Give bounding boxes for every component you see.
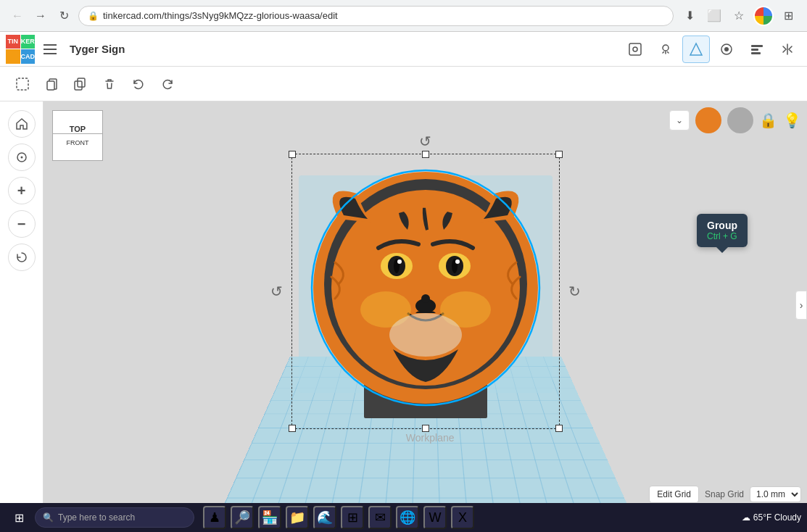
search-placeholder: Type here to search	[58, 512, 135, 523]
svg-rect-8	[17, 78, 28, 90]
group-button[interactable]	[695, 107, 721, 133]
app-title: Tyger Sign	[70, 43, 125, 55]
home-view-button[interactable]	[8, 110, 36, 138]
forward-button[interactable]: →	[32, 7, 49, 25]
logo-tin: TIN	[6, 35, 20, 49]
hamburger-button[interactable]	[44, 39, 64, 59]
rotation-handle-top[interactable]: ↺	[419, 133, 431, 150]
download-button[interactable]: ⬇	[679, 6, 700, 26]
search-icon: 🔍	[43, 512, 54, 523]
logo-cad: CAD	[21, 49, 36, 64]
light-button[interactable]	[652, 36, 679, 63]
ungroup-button[interactable]	[727, 107, 753, 133]
svg-rect-7	[751, 52, 761, 54]
bookmark-button[interactable]: ☆	[729, 6, 749, 26]
copy-button[interactable]	[38, 70, 65, 98]
tooltip-shortcut: Ctrl + G	[707, 231, 737, 241]
zoom-out-button[interactable]: −	[8, 210, 36, 238]
delete-button[interactable]	[96, 70, 123, 98]
chrome-icon	[753, 6, 774, 26]
extensions-button[interactable]: ⊞	[778, 6, 798, 26]
edit-grid-button[interactable]: Edit Grid	[649, 486, 699, 503]
taskbar-app-files[interactable]: 📁	[286, 506, 309, 529]
fit-view-button[interactable]	[8, 144, 36, 171]
svg-rect-6	[751, 49, 758, 51]
view-cube[interactable]: TOP FRONT	[52, 110, 110, 168]
svg-point-13	[20, 157, 22, 159]
right-panel-toggle[interactable]: ›	[795, 291, 807, 320]
rotate-button[interactable]	[8, 244, 36, 271]
svg-point-26	[455, 259, 460, 264]
select-button[interactable]	[9, 70, 36, 98]
start-button[interactable]: ⊞	[6, 504, 32, 531]
zoom-in-button[interactable]: +	[8, 177, 36, 204]
cast-button[interactable]: ⬜	[704, 6, 724, 26]
selection-area: ↺ ↻ ↺	[291, 154, 560, 429]
cube-front-label: FRONT	[67, 139, 89, 146]
svg-point-22	[397, 259, 402, 264]
top-right-actions: ⌄ 🔒 💡	[669, 107, 801, 133]
browser-actions: ⬇ ⬜ ☆ ⊞	[679, 6, 798, 26]
svg-point-1	[633, 47, 637, 51]
taskbar-chrome[interactable]: 🌐	[396, 506, 419, 529]
address-bar[interactable]: 🔒 tinkercad.com/things/3sNyg9kMQzz-glori…	[78, 6, 674, 26]
taskbar-apps: ♟ 🔎 🏪 📁 🌊 ⊞ ✉ 🌐 W X	[203, 506, 474, 529]
logo-blank	[6, 49, 20, 64]
taskbar-app-excel[interactable]: X	[451, 506, 474, 529]
taskbar-app-mail[interactable]: ✉	[368, 506, 392, 529]
weather-display: ☁ 65°F Cloudy	[742, 512, 801, 523]
mirror-button[interactable]	[774, 36, 801, 63]
address-text: tinkercad.com/things/3sNyg9kMQzz-gloriou…	[103, 10, 338, 21]
tooltip-title: Group	[707, 220, 737, 231]
bottom-right-controls: Edit Grid Snap Grid 1.0 mm 0.5 mm 2.0 mm	[649, 486, 801, 503]
cube-face[interactable]: TOP FRONT	[52, 110, 103, 161]
snap-value-select[interactable]: 1.0 mm 0.5 mm 2.0 mm	[750, 486, 801, 502]
tinkercad-logo: TIN KER CAD	[6, 35, 35, 64]
view-button[interactable]	[621, 36, 649, 63]
toolbar	[0, 67, 807, 101]
tooltip-arrow	[716, 247, 728, 253]
redo-button[interactable]	[154, 70, 181, 98]
taskbar-app-word[interactable]: W	[423, 506, 447, 529]
undo-button[interactable]	[125, 70, 152, 98]
svg-point-31	[421, 294, 430, 303]
left-panel: + −	[0, 101, 44, 509]
cloud-icon: ☁	[742, 512, 750, 523]
viewport[interactable]: TOP FRONT ↺	[44, 101, 807, 509]
svg-rect-9	[47, 81, 54, 90]
cube-top-label: TOP	[70, 125, 86, 133]
browser-chrome: ← → ↻ 🔒 tinkercad.com/things/3sNyg9kMQzz…	[0, 0, 807, 32]
taskbar-search[interactable]: 🔍 Type here to search	[35, 507, 194, 528]
reload-button[interactable]: ↻	[55, 7, 73, 25]
app-header: TIN KER CAD Tyger Sign	[0, 32, 807, 67]
group-tooltip: Group Ctrl + G	[697, 214, 748, 247]
rotation-handle-left[interactable]: ↺	[270, 283, 283, 300]
tiger-sign-container: ↺ ↻ ↺	[291, 154, 560, 429]
lock-icon: 🔒	[88, 11, 99, 21]
duplicate-button[interactable]	[67, 70, 94, 98]
taskbar-app-chess[interactable]: ♟	[203, 506, 226, 529]
rotation-handle-right[interactable]: ↻	[568, 283, 581, 300]
weather-text: 65°F Cloudy	[753, 512, 801, 523]
svg-rect-0	[629, 43, 641, 55]
right-toolbar	[621, 36, 801, 63]
svg-point-4	[724, 47, 729, 51]
svg-rect-10	[75, 81, 82, 90]
align-button[interactable]	[743, 36, 771, 63]
taskbar-right: ☁ 65°F Cloudy	[742, 512, 801, 523]
shape-button[interactable]	[682, 36, 710, 63]
dropdown-button[interactable]: ⌄	[669, 110, 690, 130]
hole-button[interactable]	[713, 36, 740, 63]
back-button[interactable]: ←	[9, 7, 26, 25]
taskbar-app-store[interactable]: 🏪	[258, 506, 281, 529]
taskbar-app-search[interactable]: 🔎	[231, 506, 254, 529]
tiger-sign-svg	[291, 154, 560, 429]
svg-point-2	[663, 45, 669, 51]
taskbar-app-edge[interactable]: 🌊	[313, 506, 336, 529]
svg-point-30	[389, 313, 462, 357]
lock-button[interactable]: 🔒	[759, 112, 777, 129]
cube-divider	[53, 133, 102, 134]
main-area: + − TOP FRONT	[0, 101, 807, 509]
taskbar-app-apps[interactable]: ⊞	[341, 506, 364, 529]
bulb-button[interactable]: 💡	[783, 112, 801, 129]
